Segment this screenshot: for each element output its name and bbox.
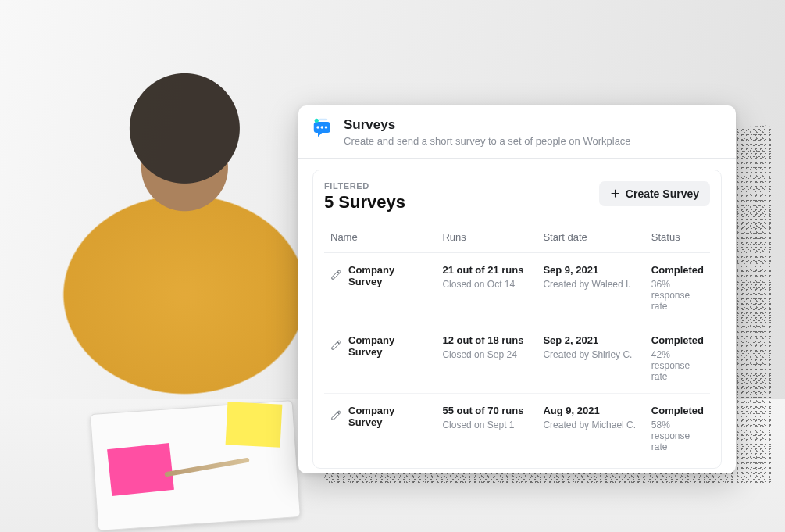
pencil-icon — [330, 339, 342, 353]
surveys-card: Surveys Create and send a short survey t… — [298, 105, 736, 473]
plus-icon — [610, 188, 620, 198]
row-start-primary: Sep 9, 2021 — [543, 264, 638, 276]
table-header-row: Name Runs Start date Status — [324, 223, 710, 253]
card-header: Surveys Create and send a short survey t… — [298, 105, 736, 159]
row-status-primary: Completed — [651, 264, 704, 276]
svg-point-3 — [316, 126, 319, 129]
row-start-primary: Sep 2, 2021 — [543, 334, 638, 346]
card-body: FILTERED 5 Surveys Create Survey Name — [298, 159, 736, 473]
survey-chat-icon — [312, 116, 334, 138]
svg-point-5 — [325, 126, 328, 129]
row-status-secondary: 36% response rate — [651, 279, 704, 312]
card-title: Surveys — [344, 116, 631, 133]
row-name-cell: Company Survey — [330, 264, 430, 287]
row-name: Company Survey — [348, 334, 430, 358]
filtered-label: FILTERED — [324, 181, 405, 191]
background-sticky-yellow — [226, 402, 283, 448]
table-row[interactable]: Company Survey 21 out of 21 runs Closed … — [324, 252, 710, 323]
row-runs-primary: 55 out of 70 runs — [442, 405, 530, 416]
row-runs-secondary: Closed on Sept 1 — [442, 420, 530, 430]
card-header-text: Surveys Create and send a short survey t… — [344, 116, 631, 148]
create-survey-button[interactable]: Create Survey — [599, 181, 710, 206]
panel-header-left: FILTERED 5 Surveys — [324, 181, 405, 212]
col-name[interactable]: Name — [324, 223, 436, 253]
table-row[interactable]: Company Survey 55 out of 70 runs Closed … — [324, 393, 710, 463]
row-status-secondary: 42% response rate — [651, 349, 704, 382]
svg-point-4 — [321, 126, 324, 129]
table-row[interactable]: Company Survey 12 out of 18 runs Closed … — [324, 323, 710, 393]
surveys-table: Name Runs Start date Status — [324, 223, 710, 463]
row-status-primary: Completed — [651, 405, 704, 416]
svg-rect-2 — [319, 119, 328, 121]
row-status-primary: Completed — [651, 334, 704, 346]
background-sticky-pink — [107, 443, 174, 496]
row-start-secondary: Created by Waleed I. — [543, 279, 638, 290]
row-name-cell: Company Survey — [330, 334, 430, 358]
row-name-cell: Company Survey — [330, 405, 430, 428]
row-runs-secondary: Closed on Oct 14 — [442, 279, 530, 290]
card-subtitle: Create and send a short survey to a set … — [344, 134, 631, 148]
surveys-panel: FILTERED 5 Surveys Create Survey Name — [312, 170, 722, 469]
stage: Surveys Create and send a short survey t… — [0, 0, 785, 532]
row-status-secondary: 58% response rate — [651, 420, 704, 452]
col-status[interactable]: Status — [645, 223, 710, 253]
col-start-date[interactable]: Start date — [537, 223, 644, 253]
create-survey-label: Create Survey — [626, 187, 699, 200]
panel-header-row: FILTERED 5 Surveys Create Survey — [324, 181, 710, 212]
row-start-primary: Aug 9, 2021 — [543, 405, 638, 416]
pencil-icon — [330, 269, 342, 283]
row-start-secondary: Created by Michael C. — [543, 420, 638, 430]
row-name: Company Survey — [348, 405, 430, 428]
row-runs-secondary: Closed on Sep 24 — [442, 349, 530, 360]
row-runs-primary: 12 out of 18 runs — [442, 334, 530, 346]
row-runs-primary: 21 out of 21 runs — [442, 264, 530, 276]
survey-count-title: 5 Surveys — [324, 192, 405, 212]
row-name: Company Survey — [348, 264, 430, 287]
svg-point-1 — [315, 119, 319, 123]
col-runs[interactable]: Runs — [436, 223, 537, 253]
pencil-icon — [330, 409, 342, 423]
row-start-secondary: Created by Shirley C. — [543, 349, 638, 360]
